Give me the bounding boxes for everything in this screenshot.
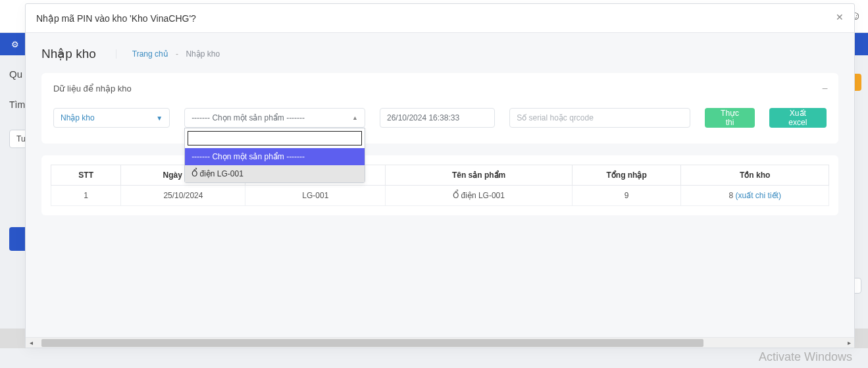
serial-input-wrap xyxy=(509,108,690,128)
execute-button[interactable]: Thực thi xyxy=(705,108,754,128)
scroll-left-icon[interactable]: ◂ xyxy=(26,338,36,348)
modal-dialog: Nhập mã PIN vào kho 'Kho VinaCHG'? ✕ Nhậ… xyxy=(25,3,855,348)
page-title: Nhập kho xyxy=(41,46,96,61)
breadcrumb: Trang chủ - Nhập kho xyxy=(116,49,220,59)
modal-body: Nhập kho Trang chủ - Nhập kho Dữ liệu để… xyxy=(26,33,854,337)
serial-input[interactable] xyxy=(517,113,683,122)
gear-icon: ⚙ xyxy=(7,36,24,53)
cell-name: Ổ điện LG-001 xyxy=(386,186,573,206)
scroll-track[interactable] xyxy=(36,338,844,348)
inventory-table: STT Ngày nhập Mã sản phẩm Tên sản phẩm T… xyxy=(51,165,829,206)
datetime-value: 26/10/2024 16:38:33 xyxy=(387,113,459,122)
breadcrumb-current: Nhập kho xyxy=(186,49,220,59)
th-total: Tổng nhập xyxy=(572,165,680,186)
product-option-1[interactable]: Ổ điện LG-001 xyxy=(185,165,365,182)
table-panel: STT Ngày nhập Mã sản phẩm Tên sản phẩm T… xyxy=(41,155,838,215)
product-combo-placeholder: ------- Chọn một sản phẩm ------- xyxy=(191,113,305,122)
page-head: Nhập kho Trang chủ - Nhập kho xyxy=(41,46,838,61)
th-stock: Tồn kho xyxy=(681,165,829,186)
cell-date: 25/10/2024 xyxy=(121,186,245,206)
filter-panel-title: Dữ liệu để nhập kho xyxy=(53,84,827,93)
product-combo-display[interactable]: ------- Chọn một sản phẩm ------- ▲ xyxy=(184,108,365,128)
cell-total: 9 xyxy=(572,186,680,206)
chevron-down-icon: ▼ xyxy=(156,115,163,122)
product-search-input[interactable] xyxy=(188,131,362,145)
detail-link[interactable]: (xuất chi tiết) xyxy=(736,191,781,200)
warehouse-select[interactable]: Nhập kho ▼ xyxy=(53,108,170,128)
close-icon[interactable]: ✕ xyxy=(832,9,848,25)
product-combo[interactable]: ------- Chọn một sản phẩm ------- ▲ ----… xyxy=(184,108,365,128)
modal-header: Nhập mã PIN vào kho 'Kho VinaCHG'? ✕ xyxy=(26,4,854,33)
cell-stock-num: 8 xyxy=(729,191,734,200)
table-row: 1 25/10/2024 LG-001 Ổ điện LG-001 9 8 (x… xyxy=(51,186,829,206)
th-name: Tên sản phẩm xyxy=(386,165,573,186)
datetime-input[interactable]: 26/10/2024 16:38:33 xyxy=(380,108,495,128)
export-excel-button[interactable]: Xuất excel xyxy=(769,108,827,128)
panel-collapse-icon[interactable]: − xyxy=(822,84,828,94)
modal-title: Nhập mã PIN vào kho 'Kho VinaCHG'? xyxy=(36,13,196,24)
filter-panel: Dữ liệu để nhập kho − Nhập kho ▼ -------… xyxy=(41,73,838,144)
cell-stock: 8 (xuất chi tiết) xyxy=(681,186,829,206)
product-search-wrap xyxy=(185,128,365,148)
breadcrumb-home[interactable]: Trang chủ xyxy=(132,49,168,59)
product-dropdown: ------- Chọn một sản phẩm ------- Ổ điện… xyxy=(184,128,365,183)
scroll-thumb[interactable] xyxy=(41,339,703,347)
modal-hscrollbar[interactable]: ◂ ▸ xyxy=(26,337,854,348)
warehouse-select-label: Nhập kho xyxy=(61,113,95,122)
chevron-up-icon: ▲ xyxy=(352,115,358,121)
table-header-row: STT Ngày nhập Mã sản phẩm Tên sản phẩm T… xyxy=(51,165,829,186)
scroll-right-icon[interactable]: ▸ xyxy=(844,338,854,348)
th-stt: STT xyxy=(51,165,121,186)
breadcrumb-sep: - xyxy=(176,49,178,59)
cell-stt: 1 xyxy=(51,186,121,206)
product-option-placeholder[interactable]: ------- Chọn một sản phẩm ------- xyxy=(185,148,365,165)
cell-code: LG-001 xyxy=(245,186,386,206)
filter-row: Nhập kho ▼ ------- Chọn một sản phẩm ---… xyxy=(53,108,827,128)
